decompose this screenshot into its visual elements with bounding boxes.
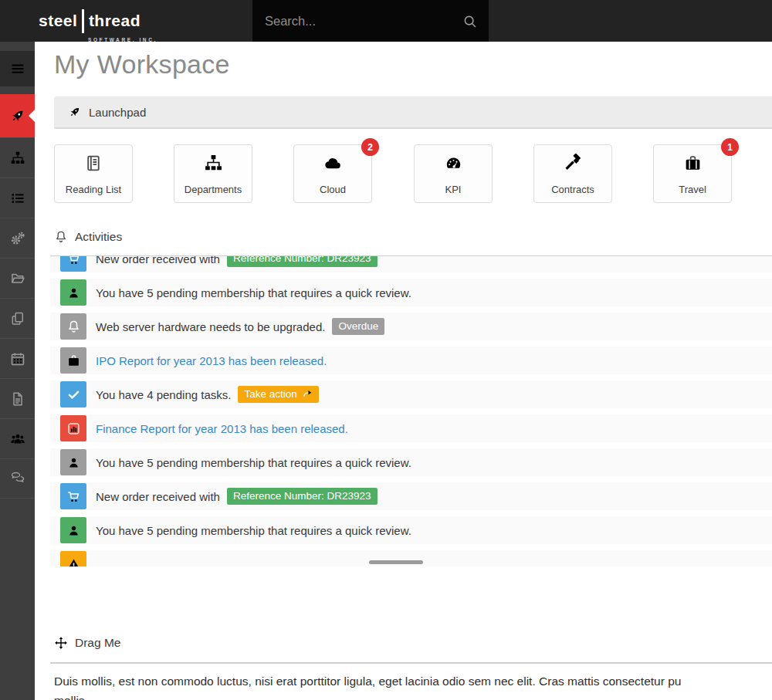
activity-text: You have 4 pending tasks.: [96, 388, 231, 401]
suitcase-icon: [683, 154, 703, 173]
tile-cloud[interactable]: Cloud 2: [293, 144, 372, 203]
search-icon[interactable]: [462, 13, 478, 29]
sitemap-icon: [204, 154, 223, 173]
tile-reading-list[interactable]: Reading List: [54, 144, 133, 203]
sidebar-item-files[interactable]: [0, 258, 35, 298]
sidebar-item-lists[interactable]: [0, 178, 35, 218]
sidebar-item-settings[interactable]: [0, 218, 35, 258]
search-box: [252, 0, 489, 42]
sidebar-item-calendar[interactable]: [0, 338, 35, 378]
activities-header: Activities: [54, 230, 122, 244]
topbar: steel thread SOFTWARE, INC.: [0, 0, 772, 42]
activity-text: You have 5 pending membership that requi…: [96, 456, 411, 469]
user-icon: [66, 523, 81, 538]
main-content: My Workspace Launchpad Reading List Depa…: [35, 42, 772, 700]
list-icon: [10, 191, 25, 206]
rocket-icon: [69, 106, 81, 118]
activity-text: New order received with: [96, 256, 220, 265]
chat-icon: [10, 471, 25, 486]
search-input[interactable]: [263, 13, 462, 29]
notification-badge: 1: [721, 138, 739, 156]
tile-label: Contracts: [534, 184, 611, 195]
activity-row: You have 5 pending membership that requi…: [50, 516, 772, 544]
sidebar-item-launchpad[interactable]: [0, 94, 35, 137]
redo-arrow-icon: [302, 389, 313, 400]
activity-row: You have 4 pending tasks. Take action: [50, 380, 772, 408]
overdue-badge: Overdue: [332, 318, 384, 335]
placeholder-paragraph: Duis mollis, est non commodo luctus, nis…: [54, 671, 772, 700]
bar-chart-icon: [66, 421, 81, 436]
cart-icon: [66, 489, 81, 504]
rocket-icon: [10, 108, 25, 123]
activity-text: New order received with: [96, 490, 220, 503]
sitemap-icon: [10, 150, 25, 166]
tile-travel[interactable]: Travel 1: [653, 144, 732, 203]
user-icon: [66, 455, 81, 470]
activity-text: You have 5 pending membership that requi…: [96, 524, 411, 537]
tile-label: Travel: [654, 184, 731, 195]
copy-icon: [10, 311, 25, 326]
sidebar-item-messages[interactable]: [0, 458, 35, 499]
sidebar-item-departments[interactable]: [0, 137, 35, 178]
scrollbar-handle[interactable]: [369, 560, 423, 564]
activity-row: IPO Report for year 2013 has been releas…: [50, 347, 772, 374]
take-action-label: Take action: [244, 388, 296, 400]
hamburger-icon: [9, 60, 26, 77]
drag-title: Drag Me: [75, 636, 120, 650]
activity-link[interactable]: IPO Report for year 2013 has been releas…: [96, 354, 327, 367]
logo-divider: [82, 9, 84, 33]
tile-label: Cloud: [294, 184, 371, 195]
launchpad-widget-header[interactable]: Launchpad: [54, 96, 772, 129]
bell-icon: [66, 320, 81, 334]
sidebar-toggle-button[interactable]: [0, 51, 35, 86]
bell-icon: [54, 230, 68, 244]
tile-contracts[interactable]: Contracts: [533, 144, 612, 203]
sidebar: [0, 42, 35, 700]
briefcase-icon: [66, 353, 81, 368]
logo-word-thread: thread: [89, 12, 141, 30]
activity-text: You have 5 pending membership that requi…: [96, 286, 411, 299]
notification-badge: 2: [361, 138, 379, 156]
cart-icon: [66, 256, 81, 266]
reference-badge: Reference Number: DR23923: [227, 488, 378, 505]
divider: [50, 662, 772, 664]
gavel-icon: [564, 154, 583, 173]
user-icon: [66, 286, 81, 300]
paragraph-line: Duis mollis, est non commodo luctus, nis…: [54, 671, 772, 691]
drag-widget-header[interactable]: Drag Me: [54, 636, 120, 650]
sidebar-item-copies[interactable]: [0, 298, 35, 338]
activity-row: Finance Report for year 2013 has been re…: [50, 414, 772, 442]
activity-row: New order received with Reference Number…: [50, 256, 772, 272]
logo-word-steel: steel: [39, 12, 77, 30]
take-action-badge[interactable]: Take action: [238, 386, 318, 403]
activities-scroll-area[interactable]: New order received with Reference Number…: [50, 256, 772, 566]
activity-link[interactable]: Finance Report for year 2013 has been re…: [96, 422, 348, 435]
app-logo: steel thread SOFTWARE, INC.: [39, 0, 141, 42]
book-icon: [84, 154, 103, 173]
page-title: My Workspace: [54, 49, 230, 79]
tile-label: Reading List: [55, 184, 132, 195]
activity-row: You have 5 pending membership that requi…: [50, 279, 772, 306]
move-icon: [54, 636, 68, 650]
check-icon: [66, 387, 81, 402]
activity-row: Web server hardware needs to be upgraded…: [50, 313, 772, 340]
activity-text: Web server hardware needs to be upgraded…: [96, 320, 325, 333]
activity-row: You have 5 pending membership that requi…: [50, 448, 772, 476]
gears-icon: [10, 231, 25, 246]
paragraph-line: mollis.: [54, 691, 772, 700]
tile-departments[interactable]: Departments: [174, 144, 252, 203]
launchpad-label: Launchpad: [89, 106, 146, 119]
cloud-icon: [323, 154, 343, 173]
reference-badge: Reference Number: DR23923: [227, 256, 378, 267]
users-icon: [10, 431, 25, 447]
tile-label: Departments: [174, 184, 252, 195]
folder-open-icon: [10, 271, 25, 286]
tile-kpi[interactable]: KPI: [414, 144, 493, 203]
activities-title: Activities: [75, 230, 122, 244]
document-icon: [10, 391, 25, 407]
sidebar-item-users[interactable]: [0, 418, 35, 458]
activity-row: New order received with Reference Number…: [50, 482, 772, 510]
gauge-icon: [444, 154, 463, 173]
tile-label: KPI: [415, 184, 492, 195]
sidebar-item-documents[interactable]: [0, 378, 35, 418]
